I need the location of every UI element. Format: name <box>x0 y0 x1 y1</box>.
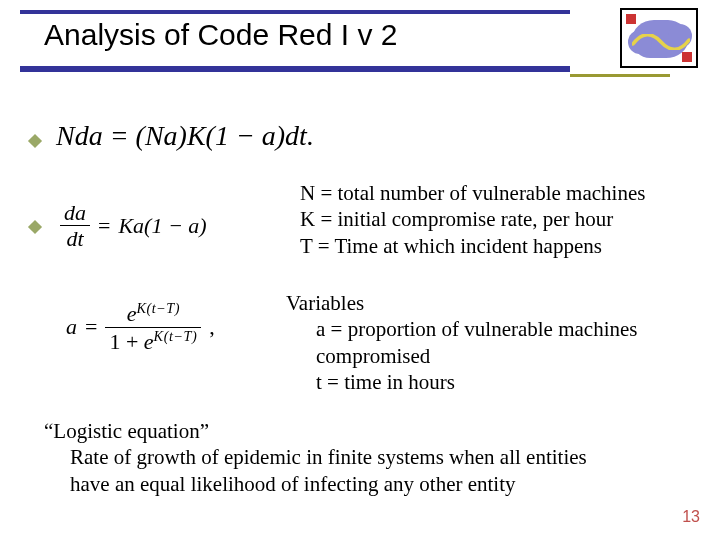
corner-square-tl <box>626 14 636 24</box>
equation-logistic-solution: a = eK(t−T) 1 + eK(t−T) , <box>62 300 219 354</box>
fraction-dadT: da dt <box>60 200 90 252</box>
def-t: t = time in hours <box>286 369 696 395</box>
e-exp-den: K(t−T) <box>154 328 198 344</box>
variables-definitions: Variables a = proportion of vulnerable m… <box>286 290 696 395</box>
def-K: K = initial compromise rate, per hour <box>300 206 710 232</box>
equation-nda-text: Nda = (Na)K(1 − a)dt. <box>56 120 314 151</box>
eq3-punct: , <box>209 314 215 340</box>
def-N: N = total number of vulnerable machines <box>300 180 710 206</box>
eq3-lhs: a <box>66 314 77 340</box>
variables-heading: Variables <box>286 290 696 316</box>
rule-accent <box>570 74 670 77</box>
constants-definitions: N = total number of vulnerable machines … <box>300 180 710 259</box>
e-exp-num: K(t−T) <box>136 300 180 316</box>
def-a-line2: compromised <box>286 343 696 369</box>
bullet-diamond-2 <box>28 220 42 234</box>
slide-title: Analysis of Code Red I v 2 <box>44 18 398 52</box>
rule-under-title <box>20 66 570 72</box>
equation-dadT: da dt = Ka(1 − a) <box>56 200 211 252</box>
corner-icon <box>620 8 698 68</box>
page-number: 13 <box>682 508 700 526</box>
corner-square-br <box>682 52 692 62</box>
slide: Analysis of Code Red I v 2 Nda = (Na)K(1… <box>0 0 720 540</box>
logistic-den: 1 + eK(t−T) <box>105 327 201 355</box>
logistic-note-l1: “Logistic equation” <box>44 418 684 444</box>
equation-nda: Nda = (Na)K(1 − a)dt. <box>56 120 314 152</box>
den-prefix: 1 + <box>109 329 143 354</box>
logistic-num: eK(t−T) <box>105 300 201 327</box>
cloud-icon <box>632 20 688 58</box>
frac-num: da <box>60 200 90 225</box>
rule-top <box>20 10 570 14</box>
logistic-note-l2: Rate of growth of epidemic in finite sys… <box>44 444 684 470</box>
e-base-num: e <box>127 301 137 326</box>
logistic-note: “Logistic equation” Rate of growth of ep… <box>44 418 684 497</box>
bullet-diamond-1 <box>28 134 42 148</box>
logistic-note-l3: have an equal likelihood of infecting an… <box>44 471 684 497</box>
frac-den: dt <box>60 225 90 251</box>
e-base-den: e <box>144 329 154 354</box>
def-a-line1: a = proportion of vulnerable machines <box>286 316 696 342</box>
eq2-rhs: Ka(1 − a) <box>118 213 206 239</box>
def-T: T = Time at which incident happens <box>300 233 710 259</box>
fraction-logistic: eK(t−T) 1 + eK(t−T) <box>105 300 201 354</box>
